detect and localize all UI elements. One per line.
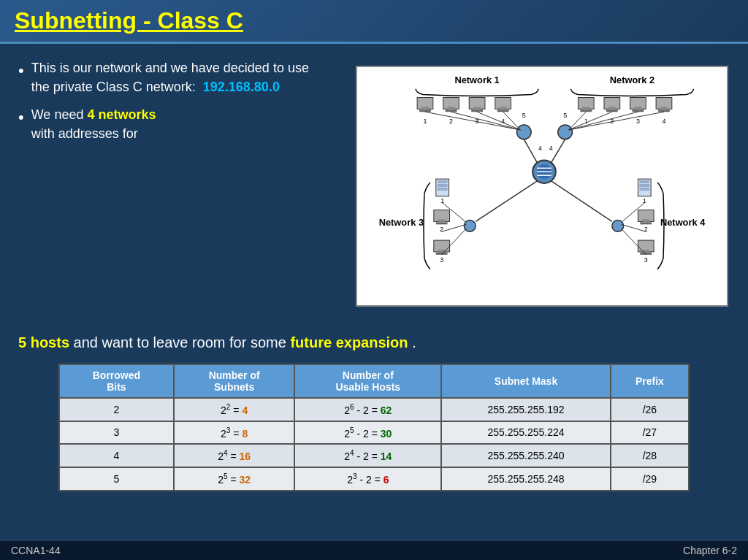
cell-subnet-mask: 255.255.255.224 xyxy=(441,421,611,445)
svg-rect-59 xyxy=(438,180,448,183)
svg-rect-77 xyxy=(639,180,649,183)
network-diagram: Network 1 Network 2 Network 3 Network 4 … xyxy=(356,66,728,307)
svg-point-44 xyxy=(558,125,573,139)
svg-rect-64 xyxy=(438,219,446,222)
svg-rect-32 xyxy=(608,107,616,110)
cell-borrowed-bits: 2 xyxy=(59,398,174,421)
svg-rect-83 xyxy=(640,222,652,224)
cell-subnet-mask: 255.255.255.248 xyxy=(441,467,611,491)
svg-text:4: 4 xyxy=(662,118,665,125)
cell-prefix: /26 xyxy=(611,398,689,421)
table-row: 2 22 = 4 26 - 2 = 62 255.255.255.192 /26 xyxy=(59,398,689,421)
svg-rect-65 xyxy=(436,222,448,224)
svg-rect-61 xyxy=(438,188,448,191)
svg-rect-78 xyxy=(639,184,649,187)
subnetting-table: BorrowedBits Number ofSubnets Number ofU… xyxy=(58,364,690,491)
svg-rect-18 xyxy=(500,107,507,110)
svg-text:3: 3 xyxy=(636,118,640,125)
network-svg: Network 1 Network 2 Network 3 Network 4 … xyxy=(357,67,727,305)
svg-text:4: 4 xyxy=(549,145,553,152)
svg-rect-79 xyxy=(639,188,649,191)
col-header-hosts: Number ofUsable Hosts xyxy=(294,364,441,398)
table-row: 4 24 = 16 24 - 2 = 14 255.255.255.240 /2… xyxy=(59,444,689,467)
col-header-borrowed-bits: BorrowedBits xyxy=(59,364,174,398)
svg-rect-11 xyxy=(446,110,457,112)
bottom-text-period: . xyxy=(412,334,416,350)
svg-rect-6 xyxy=(421,107,429,110)
header: Subnetting - Class C xyxy=(0,0,748,44)
table-row: 5 25 = 32 23 - 2 = 6 255.255.255.248 /29 xyxy=(59,467,689,491)
svg-rect-41 xyxy=(658,110,670,112)
cell-subnets: 23 = 8 xyxy=(174,421,295,445)
svg-rect-15 xyxy=(471,110,483,112)
svg-text:Network 1: Network 1 xyxy=(454,74,499,85)
svg-point-22 xyxy=(516,125,531,139)
svg-rect-7 xyxy=(419,110,431,112)
svg-text:Network 4: Network 4 xyxy=(660,217,706,228)
svg-rect-10 xyxy=(448,107,455,110)
cell-subnets: 24 = 16 xyxy=(174,444,295,467)
table-row: 3 23 = 8 25 - 2 = 30 255.255.255.224 /27 xyxy=(59,421,689,445)
svg-text:2: 2 xyxy=(644,226,648,233)
cell-hosts: 25 - 2 = 30 xyxy=(294,421,441,445)
cell-prefix: /28 xyxy=(611,444,689,467)
cell-hosts: 23 - 2 = 6 xyxy=(294,467,441,491)
cell-subnets: 22 = 4 xyxy=(174,398,295,421)
cell-prefix: /29 xyxy=(611,467,689,491)
svg-rect-82 xyxy=(642,219,649,222)
svg-text:Network 3: Network 3 xyxy=(379,217,424,228)
bullet-text-2: We need 4 networkswith addresses for xyxy=(31,105,156,143)
svg-rect-28 xyxy=(582,107,589,110)
expansion-highlight: future expansion xyxy=(290,334,408,350)
table-section: BorrowedBits Number ofSubnets Number ofU… xyxy=(0,356,748,499)
svg-text:1: 1 xyxy=(423,118,427,125)
table-header-row: BorrowedBits Number ofSubnets Number ofU… xyxy=(59,364,689,398)
svg-text:2: 2 xyxy=(440,226,443,233)
bottom-text-part2: and want to leave room for some xyxy=(74,334,291,350)
svg-text:Network 2: Network 2 xyxy=(610,74,654,85)
svg-text:3: 3 xyxy=(440,256,443,264)
networks-highlight: 4 networks xyxy=(87,107,156,122)
svg-rect-60 xyxy=(438,184,448,187)
col-header-subnet-mask: Subnet Mask xyxy=(441,364,611,398)
bullet-2: • We need 4 networkswith addresses for xyxy=(18,105,318,143)
page-title: Subnetting - Class C xyxy=(15,7,243,34)
main-content: • This is our network and we have decide… xyxy=(0,44,748,329)
footer-right: Chapter 6-2 xyxy=(683,545,737,556)
cell-subnet-mask: 255.255.255.240 xyxy=(441,444,611,467)
svg-rect-40 xyxy=(660,107,668,110)
footer: CCNA1-44 Chapter 6-2 xyxy=(0,541,748,560)
svg-text:2: 2 xyxy=(449,118,453,125)
svg-text:4: 4 xyxy=(501,118,505,125)
ip-address: 192.168.80.0 xyxy=(203,80,280,94)
svg-rect-29 xyxy=(580,110,592,112)
bullet-text-1: This is our network and we have decided … xyxy=(31,58,318,96)
svg-rect-37 xyxy=(632,110,644,112)
svg-text:5: 5 xyxy=(522,112,526,119)
svg-text:1: 1 xyxy=(584,118,588,125)
cell-borrowed-bits: 4 xyxy=(59,444,174,467)
bullet-dot-1: • xyxy=(18,60,24,83)
footer-left: CCNA1-44 xyxy=(11,545,61,556)
cell-subnets: 25 = 32 xyxy=(174,467,295,491)
cell-borrowed-bits: 5 xyxy=(59,467,174,491)
bottom-text: 5 hosts and want to leave room for some … xyxy=(0,329,748,356)
svg-rect-14 xyxy=(473,107,481,110)
cell-prefix: /27 xyxy=(611,421,689,445)
cell-hosts: 26 - 2 = 62 xyxy=(294,398,441,421)
bullet-1: • This is our network and we have decide… xyxy=(18,58,318,96)
col-header-prefix: Prefix xyxy=(611,364,689,398)
svg-rect-36 xyxy=(634,107,641,110)
bullet-dot-2: • xyxy=(18,107,24,129)
svg-text:5: 5 xyxy=(563,112,567,119)
svg-text:4: 4 xyxy=(538,145,542,152)
cell-subnet-mask: 255.255.255.192 xyxy=(441,398,611,421)
svg-rect-33 xyxy=(606,110,618,112)
right-panel: Network 1 Network 2 Network 3 Network 4 … xyxy=(336,44,748,329)
cell-hosts: 24 - 2 = 14 xyxy=(294,444,441,467)
cell-borrowed-bits: 3 xyxy=(59,421,174,445)
svg-text:3: 3 xyxy=(644,256,648,264)
hosts-highlight: 5 hosts xyxy=(18,334,69,350)
svg-rect-19 xyxy=(497,110,509,112)
col-header-subnets: Number ofSubnets xyxy=(174,364,295,398)
